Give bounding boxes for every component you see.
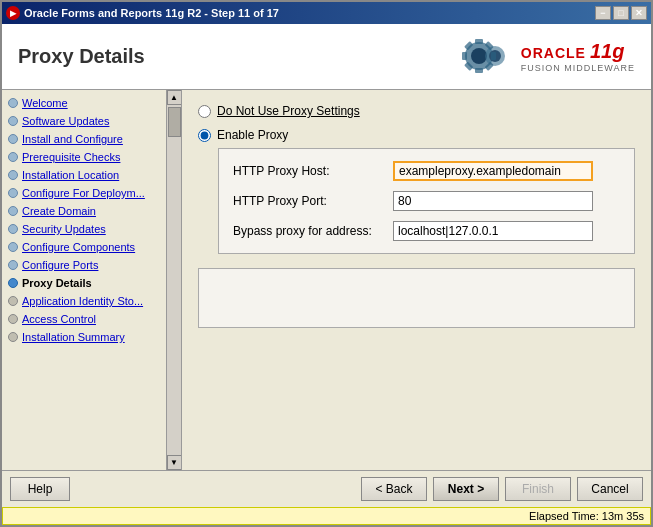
sidebar-dot-security-updates — [8, 224, 18, 234]
sidebar-dot-installation-summary — [8, 332, 18, 342]
sidebar-label-configure-ports: Configure Ports — [22, 259, 98, 271]
sidebar-label-installation-summary: Installation Summary — [22, 331, 125, 343]
help-button[interactable]: Help — [10, 477, 70, 501]
sidebar-label-proxy-details: Proxy Details — [22, 277, 92, 289]
sidebar-label-install-configure: Install and Configure — [22, 133, 123, 145]
oracle-brand-label: ORACLE — [521, 45, 586, 61]
http-host-row: HTTP Proxy Host: — [233, 161, 620, 181]
svg-rect-8 — [475, 68, 483, 73]
sidebar-item-access-control[interactable]: Access Control — [2, 310, 166, 328]
sidebar-label-software-updates: Software Updates — [22, 115, 109, 127]
sidebar-item-install-location[interactable]: Installation Location — [2, 166, 166, 184]
sidebar-item-create-domain[interactable]: Create Domain — [2, 202, 166, 220]
sidebar-dot-welcome — [8, 98, 18, 108]
svg-point-1 — [471, 48, 487, 64]
http-host-label: HTTP Proxy Host: — [233, 164, 393, 178]
sidebar-dot-proxy-details — [8, 278, 18, 288]
elapsed-time-label: Elapsed Time: 13m 35s — [529, 510, 644, 522]
right-content-panel: Do Not Use Proxy Settings Enable Proxy H… — [182, 90, 651, 470]
svg-rect-4 — [475, 39, 483, 44]
sidebar-item-install-configure[interactable]: Install and Configure — [2, 130, 166, 148]
sidebar-item-configure-deployment[interactable]: Configure For Deploym... — [2, 184, 166, 202]
sidebar-dot-prereq-checks — [8, 152, 18, 162]
sidebar-label-welcome: Welcome — [22, 97, 68, 109]
http-port-label: HTTP Proxy Port: — [233, 194, 393, 208]
maximize-button[interactable]: □ — [613, 6, 629, 20]
scroll-thumb[interactable] — [168, 107, 181, 137]
sidebar-dot-configure-ports — [8, 260, 18, 270]
scroll-down-button[interactable]: ▼ — [167, 455, 182, 470]
footer-left: Help — [10, 477, 361, 501]
svg-rect-10 — [462, 52, 467, 60]
elapsed-time-bar: Elapsed Time: 13m 35s — [2, 507, 651, 525]
sidebar-item-welcome[interactable]: Welcome — [2, 94, 166, 112]
sidebar-wrapper: WelcomeSoftware UpdatesInstall and Confi… — [2, 90, 182, 470]
sidebar-dot-app-identity-store — [8, 296, 18, 306]
oracle-logo: ORACLE 11g FUSION MIDDLEWARE — [457, 34, 635, 79]
sidebar-dot-software-updates — [8, 116, 18, 126]
sidebar-label-configure-components: Configure Components — [22, 241, 135, 253]
sidebar-scrollbar[interactable]: ▲ ▼ — [166, 90, 181, 470]
enable-proxy-radio[interactable] — [198, 129, 211, 142]
sidebar-nav: WelcomeSoftware UpdatesInstall and Confi… — [2, 90, 166, 470]
sidebar-item-app-identity-store[interactable]: Application Identity Sto... — [2, 292, 166, 310]
page-title: Proxy Details — [18, 45, 145, 68]
sidebar-label-prereq-checks: Prerequisite Checks — [22, 151, 120, 163]
sidebar-label-security-updates: Security Updates — [22, 223, 106, 235]
sidebar-label-access-control: Access Control — [22, 313, 96, 325]
gear-icon — [457, 34, 517, 79]
sidebar-item-configure-components[interactable]: Configure Components — [2, 238, 166, 256]
page-header: Proxy Details — [2, 24, 651, 90]
sidebar-label-create-domain: Create Domain — [22, 205, 96, 217]
bypass-row: Bypass proxy for address: — [233, 221, 620, 241]
http-port-row: HTTP Proxy Port: — [233, 191, 620, 211]
footer-buttons: < Back Next > Finish Cancel — [361, 477, 643, 501]
bypass-label: Bypass proxy for address: — [233, 224, 393, 238]
scroll-up-button[interactable]: ▲ — [167, 90, 182, 105]
sidebar-item-security-updates[interactable]: Security Updates — [2, 220, 166, 238]
sidebar-item-prereq-checks[interactable]: Prerequisite Checks — [2, 148, 166, 166]
no-proxy-radio[interactable] — [198, 105, 211, 118]
window-title: Oracle Forms and Reports 11g R2 - Step 1… — [24, 7, 591, 19]
cancel-button[interactable]: Cancel — [577, 477, 643, 501]
enable-proxy-label[interactable]: Enable Proxy — [217, 128, 288, 142]
http-port-input[interactable] — [393, 191, 593, 211]
oracle-version-label: 11g — [590, 40, 624, 63]
sidebar-dot-configure-deployment — [8, 188, 18, 198]
finish-button[interactable]: Finish — [505, 477, 571, 501]
sidebar-item-software-updates[interactable]: Software Updates — [2, 112, 166, 130]
main-window: ▶ Oracle Forms and Reports 11g R2 - Step… — [0, 0, 653, 527]
sidebar-dot-access-control — [8, 314, 18, 324]
content-area: Proxy Details — [2, 24, 651, 525]
sidebar-label-app-identity-store: Application Identity Sto... — [22, 295, 143, 307]
main-body: WelcomeSoftware UpdatesInstall and Confi… — [2, 90, 651, 470]
no-proxy-label[interactable]: Do Not Use Proxy Settings — [217, 104, 360, 118]
sidebar-item-configure-ports[interactable]: Configure Ports — [2, 256, 166, 274]
bypass-input[interactable] — [393, 221, 593, 241]
back-button[interactable]: < Back — [361, 477, 427, 501]
oracle-sub-label: FUSION MIDDLEWARE — [521, 63, 635, 73]
close-button[interactable]: ✕ — [631, 6, 647, 20]
sidebar-item-installation-summary[interactable]: Installation Summary — [2, 328, 166, 346]
enable-proxy-option[interactable]: Enable Proxy — [198, 128, 635, 142]
next-button[interactable]: Next > — [433, 477, 499, 501]
http-host-input[interactable] — [393, 161, 593, 181]
app-icon: ▶ — [6, 6, 20, 20]
info-box — [198, 268, 635, 328]
sidebar-dot-create-domain — [8, 206, 18, 216]
no-proxy-option[interactable]: Do Not Use Proxy Settings — [198, 104, 635, 118]
sidebar-item-proxy-details[interactable]: Proxy Details — [2, 274, 166, 292]
sidebar-label-configure-deployment: Configure For Deploym... — [22, 187, 145, 199]
title-bar: ▶ Oracle Forms and Reports 11g R2 - Step… — [2, 2, 651, 24]
svg-rect-6 — [491, 52, 496, 60]
sidebar-dot-configure-components — [8, 242, 18, 252]
proxy-fields-box: HTTP Proxy Host: HTTP Proxy Port: Bypass… — [218, 148, 635, 254]
sidebar-dot-install-configure — [8, 134, 18, 144]
window-controls: − □ ✕ — [595, 6, 647, 20]
minimize-button[interactable]: − — [595, 6, 611, 20]
oracle-text-block: ORACLE 11g FUSION MIDDLEWARE — [521, 40, 635, 73]
footer: Help < Back Next > Finish Cancel — [2, 470, 651, 507]
sidebar-label-install-location: Installation Location — [22, 169, 119, 181]
sidebar-dot-install-location — [8, 170, 18, 180]
